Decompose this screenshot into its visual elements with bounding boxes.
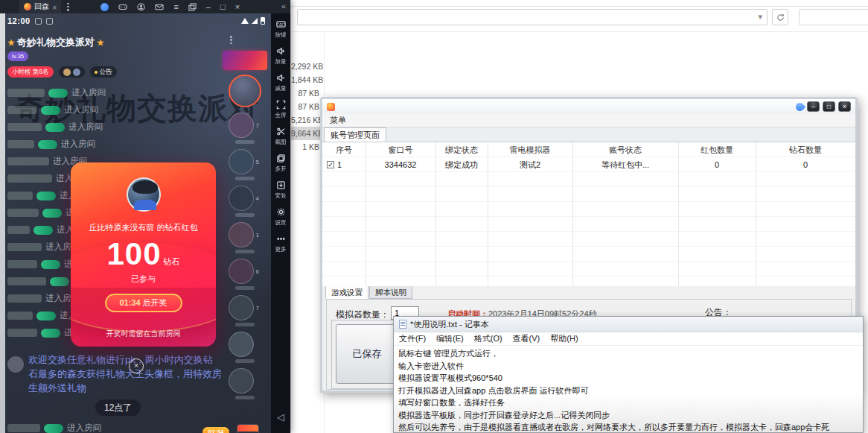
room-level-badge[interactable]: lv.35 [7,51,28,61]
amount-number: 100 [106,236,161,271]
mic-seat[interactable]: 4 [229,186,262,211]
file-size-cell[interactable]: 87 KB [291,86,322,100]
menu-item[interactable]: 菜单 [322,115,354,126]
sidebar-item-settings[interactable]: 设置 [275,207,287,227]
menu-lines-icon[interactable]: ≡ [173,2,178,11]
address-bar-input[interactable]: ▾ [297,9,768,25]
sidebar-item-more[interactable]: 更多 [275,234,287,253]
activity-banner[interactable] [223,51,267,70]
sidebar-item-volume-up[interactable]: 加量 [275,46,287,66]
minimize-button[interactable]: – [807,101,820,112]
column-divider [435,142,436,286]
notepad-title-bar[interactable]: *使用说明.txt - 记事本 [394,317,863,332]
sidebar-item-install-apk[interactable]: 安装 [275,180,287,200]
sidebar-item-multi-instance[interactable]: 多开 [275,154,287,173]
mic-seat[interactable] [229,368,262,394]
tab-game-settings[interactable]: 游戏设置 [325,285,368,299]
table-row[interactable]: 1 3344632 绑定成功 测试2 等待红包中... 0 0 [322,157,855,172]
row-checkbox[interactable] [327,161,334,168]
maximize-button[interactable]: □ [220,2,226,11]
col-header[interactable]: 账号状态 [572,145,678,156]
mic-seat[interactable] [229,332,262,357]
wealth-level-badge [33,226,53,235]
minimize-button[interactable]: – [206,2,211,11]
notepad-menu-item[interactable]: 文件(F) [394,333,431,344]
gear-icon [276,207,286,217]
notepad-text-area[interactable]: 鼠标右键 管理员方式运行， 输入卡密进入软件 模拟器设置平板模式960*540 … [394,346,863,432]
file-size-cell[interactable]: 9,664 KB [291,127,322,140]
mic-seat[interactable]: 6 [229,259,262,284]
packet-timer-chip[interactable]: 01:34 [202,427,229,433]
tab-menu-icon[interactable] [67,3,69,11]
mail-icon[interactable] [155,4,164,10]
countdown-button[interactable]: 01:34 后开奖 [105,294,182,312]
avatar[interactable] [229,113,254,138]
notice-badge[interactable]: 公告 [90,66,117,78]
android-back-icon[interactable]: ◁ [277,411,284,423]
col-header[interactable]: 窗口号 [366,145,435,156]
col-header[interactable]: 序号 [322,145,366,156]
sidebar-item-screenshot[interactable]: 截图 [275,127,287,146]
file-size-cell[interactable]: 87 KB [291,100,322,113]
close-button[interactable]: × [838,101,851,112]
notepad-menu-item[interactable]: 查看(V) [508,333,546,344]
tab-script-help[interactable]: 脚本说明 [369,285,412,299]
sidebar-item-label: 加量 [275,57,286,65]
maximize-button[interactable]: □ [823,101,835,112]
search-input[interactable] [799,9,868,25]
top-rank-widget[interactable]: Top.1 [237,424,259,433]
mic-seat[interactable]: 7 [229,295,262,320]
notepad-line: 模拟器选平板版，同步打开回森登录好之后...记得关闭同步 [398,409,863,422]
sender-avatar [127,177,161,212]
col-header[interactable]: 钻石数量 [756,145,855,156]
notepad-line: 鼠标右键 管理员方式运行， [398,347,863,360]
collapse-sidebar-icon[interactable]: « [281,1,286,10]
avatar[interactable] [229,149,254,174]
avatar[interactable] [229,186,254,211]
host-avatar[interactable] [229,75,261,107]
close-button[interactable]: × [235,2,240,11]
avatar[interactable] [7,356,24,373]
user-icon[interactable] [137,3,145,11]
manager-title-bar[interactable]: – □ × [322,99,855,114]
mic-seat[interactable]: 7 [229,113,262,138]
chevron-down-icon[interactable]: ▾ [758,12,762,22]
saved-button[interactable]: 已保存 [336,324,398,384]
avatar[interactable] [229,222,254,247]
guest-badge[interactable] [59,66,85,78]
emulator-title-bar[interactable]: 回森 ≡ – □ × « [0,0,290,13]
notepad-menu-item[interactable]: 格式(O) [469,333,508,344]
sidebar-item-volume-down[interactable]: 减量 [275,73,287,92]
emulator-tab[interactable]: 回森 [19,0,61,13]
seat-count: 7 [256,305,262,312]
popup-close-button[interactable]: × [129,358,144,373]
col-header[interactable]: 雷电模拟器 [488,145,572,156]
sidebar-item-keymap[interactable]: 按键 [275,19,287,39]
hour-rank-badge[interactable]: 小时榜 第6名 [7,66,54,78]
sidebar-item-label: 更多 [275,245,286,253]
sidebar-item-fullscreen[interactable]: 全屏 [275,100,287,119]
refresh-button[interactable] [772,9,788,25]
avatar[interactable] [229,295,254,320]
room-more-icon[interactable] [230,36,232,44]
avatar[interactable] [229,368,254,394]
notepad-menu-item[interactable]: 帮助(H) [545,333,583,344]
notepad-menu-item[interactable]: 编辑(E) [431,333,469,344]
file-size-cell[interactable]: 1,844 KB [291,73,322,86]
cell-window-id: 3344632 [366,160,435,169]
join-room-label: 进入房间 [68,121,103,133]
file-size-cell[interactable]: 5,216 KB [291,113,322,127]
assistant-logo-icon[interactable] [100,3,109,11]
col-header[interactable]: 红包数量 [678,145,756,156]
file-size-cell[interactable]: 1 KB [291,140,322,154]
mic-seat[interactable]: 1 [229,222,262,247]
tab-account-management[interactable]: 账号管理页面 [324,127,386,142]
tab-close-icon[interactable] [52,0,57,13]
file-size-cell[interactable]: 2,292 KB [291,60,322,73]
gamepad-icon[interactable] [118,3,127,10]
avatar[interactable] [229,332,254,357]
col-header[interactable]: 绑定状态 [435,145,488,156]
mic-seat[interactable]: 5 [229,149,262,174]
avatar[interactable] [229,259,254,284]
resize-window-icon[interactable] [188,3,197,11]
